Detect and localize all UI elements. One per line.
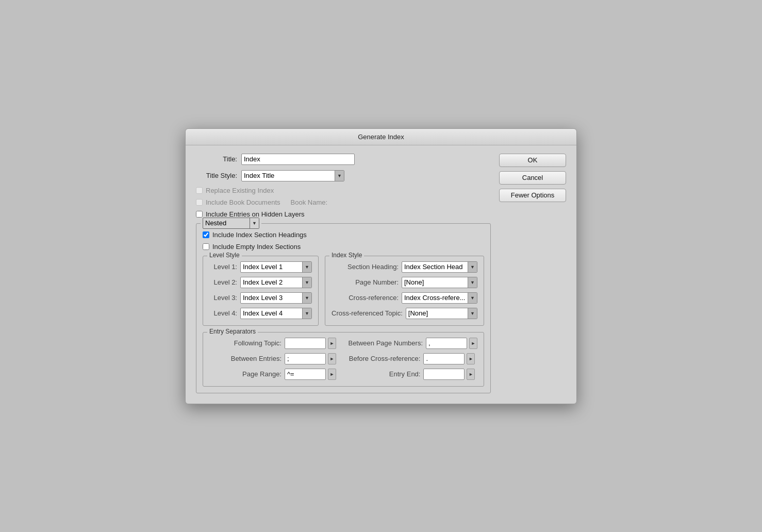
include-book-checkbox[interactable] (196, 199, 203, 206)
before-cross-reference-arrow-btn[interactable]: ► (467, 353, 475, 364)
page-range-arrow-btn[interactable]: ► (328, 369, 336, 380)
sep-grid: Following Topic: ► Between Page Numbers: (209, 338, 477, 380)
level2-arrow: ▼ (302, 277, 311, 288)
level3-label: Level 3: (209, 294, 237, 302)
between-page-numbers-label: Between Page Numbers: (348, 339, 423, 347)
page-number-select-wrapper: [None] ▼ (402, 277, 477, 288)
before-cross-reference-label: Before Cross-reference: (348, 355, 420, 362)
include-section-headings-row: Include Index Section Headings (203, 231, 484, 239)
include-empty-label: Include Empty Index Sections (212, 243, 301, 251)
include-empty-checkbox[interactable] (203, 243, 209, 250)
book-name-section: Book Name: (291, 198, 330, 206)
page-range-input[interactable] (285, 369, 326, 380)
level1-select-wrapper: Index Level 1 Index Level 2 Index Level … (240, 261, 312, 273)
replace-existing-label: Replace Existing Index (206, 187, 274, 194)
between-page-numbers-arrow-btn[interactable]: ► (469, 338, 477, 349)
following-topic-input-wrapper: ► (285, 338, 336, 349)
nested-arrow: ▼ (250, 218, 259, 228)
ok-button[interactable]: OK (499, 154, 566, 167)
section-heading-label: Section Heading: (332, 263, 399, 271)
section-heading-row: Section Heading: Index Section Head [Non… (332, 261, 477, 273)
cross-reference-select[interactable]: Index Cross-refere... [None] (402, 294, 468, 302)
level4-label: Level 4: (209, 309, 237, 317)
cross-ref-topic-select[interactable]: [None] (406, 309, 468, 317)
title-label: Title: (196, 155, 237, 163)
two-panels: Level Style Level 1: Index Level 1 Index… (203, 256, 484, 326)
page-number-select[interactable]: [None] (402, 278, 468, 286)
cancel-button[interactable]: Cancel (499, 171, 566, 185)
level-style-panel: Level Style Level 1: Index Level 1 Index… (203, 256, 319, 326)
between-entries-arrow-btn[interactable]: ► (328, 353, 336, 364)
include-book-label: Include Book Documents (206, 198, 280, 206)
between-page-numbers-input-wrapper: ► (426, 338, 477, 349)
level1-label: Level 1: (209, 263, 237, 271)
level1-select[interactable]: Index Level 1 Index Level 2 Index Level … (241, 263, 302, 271)
page-number-row: Page Number: [None] ▼ (332, 277, 477, 288)
level4-select[interactable]: Index Level 1 Index Level 2 Index Level … (241, 309, 302, 317)
section-heading-select-wrapper: Index Section Head [None] ▼ (402, 261, 477, 273)
section-heading-arrow: ▼ (468, 262, 477, 272)
index-style-title: Index Style (329, 252, 364, 259)
include-section-headings-checkbox[interactable] (203, 231, 209, 238)
include-hidden-checkbox[interactable] (196, 211, 203, 218)
main-content: Title: Title Style: Index Title [No Para… (196, 154, 491, 393)
include-section-headings-label: Include Index Section Headings (212, 231, 307, 239)
cross-reference-select-wrapper: Index Cross-refere... [None] ▼ (402, 292, 477, 304)
level3-select-wrapper: Index Level 1 Index Level 2 Index Level … (240, 292, 312, 304)
book-name-label: Book Name: (291, 198, 328, 206)
following-topic-input[interactable] (285, 338, 326, 349)
level4-select-wrapper: Index Level 1 Index Level 2 Index Level … (240, 308, 312, 319)
cross-ref-topic-label: Cross-referenced Topic: (332, 309, 403, 317)
nested-group: Nested Run-in ▼ Include Index Section He… (196, 223, 491, 393)
nested-select[interactable]: Nested Run-in (203, 219, 250, 227)
following-topic-arrow-btn[interactable]: ► (328, 338, 336, 349)
section-heading-select[interactable]: Index Section Head [None] (402, 263, 468, 271)
title-style-row: Title Style: Index Title [No Paragraph S… (196, 170, 491, 181)
before-cross-reference-input[interactable] (423, 353, 465, 364)
level3-row: Level 3: Index Level 1 Index Level 2 Ind… (209, 292, 312, 304)
before-cross-reference-row: Before Cross-reference: ► (348, 353, 477, 364)
between-entries-input-wrapper: ► (285, 353, 336, 364)
between-entries-input[interactable] (285, 353, 326, 364)
cross-reference-row: Cross-reference: Index Cross-refere... [… (332, 292, 477, 304)
level-style-title: Level Style (207, 252, 242, 259)
between-page-numbers-row: Between Page Numbers: ► (348, 338, 477, 349)
cross-ref-topic-row: Cross-referenced Topic: [None] ▼ (332, 308, 477, 319)
level2-select[interactable]: Index Level 1 Index Level 2 Index Level … (241, 278, 302, 286)
replace-existing-checkbox[interactable] (196, 187, 203, 194)
cross-ref-topic-arrow: ▼ (468, 308, 477, 319)
level4-row: Level 4: Index Level 1 Index Level 2 Ind… (209, 308, 312, 319)
page-range-row: Page Range: ► (209, 369, 338, 380)
page-range-input-wrapper: ► (285, 369, 336, 380)
before-cross-reference-input-wrapper: ► (423, 353, 475, 364)
include-book-row: Include Book Documents (196, 198, 280, 206)
level3-select[interactable]: Index Level 1 Index Level 2 Index Level … (241, 294, 302, 302)
following-topic-row: Following Topic: ► (209, 338, 338, 349)
entry-end-arrow-btn[interactable]: ► (467, 369, 475, 380)
dialog-title: Generate Index (186, 129, 576, 145)
entry-end-input[interactable] (423, 369, 465, 380)
title-row: Title: (196, 154, 491, 165)
title-style-arrow: ▼ (335, 171, 344, 181)
nested-dropdown: Nested Run-in ▼ (201, 218, 261, 229)
cross-reference-arrow: ▼ (468, 293, 477, 303)
between-page-numbers-input[interactable] (426, 338, 467, 349)
page-number-label: Page Number: (332, 278, 399, 286)
between-entries-label: Between Entries: (209, 355, 281, 362)
title-style-select[interactable]: Index Title [No Paragraph Style] (242, 172, 335, 179)
generate-index-dialog: Generate Index Title: Title Style: Index… (185, 128, 577, 404)
level2-label: Level 2: (209, 278, 237, 286)
level1-row: Level 1: Index Level 1 Index Level 2 Ind… (209, 261, 312, 273)
level1-arrow: ▼ (302, 262, 311, 272)
entry-end-row: Entry End: ► (348, 369, 477, 380)
cross-ref-topic-select-wrapper: [None] ▼ (406, 308, 477, 319)
level2-row: Level 2: Index Level 1 Index Level 2 Ind… (209, 277, 312, 288)
include-empty-row: Include Empty Index Sections (203, 243, 484, 251)
page-number-arrow: ▼ (468, 277, 477, 288)
entry-end-input-wrapper: ► (423, 369, 475, 380)
title-input[interactable] (241, 154, 355, 165)
include-hidden-row: Include Entries on Hidden Layers (196, 210, 491, 218)
fewer-options-button[interactable]: Fewer Options (499, 189, 566, 202)
entry-separators-group: Entry Separators Following Topic: ► (203, 332, 484, 387)
level3-arrow: ▼ (302, 293, 311, 303)
